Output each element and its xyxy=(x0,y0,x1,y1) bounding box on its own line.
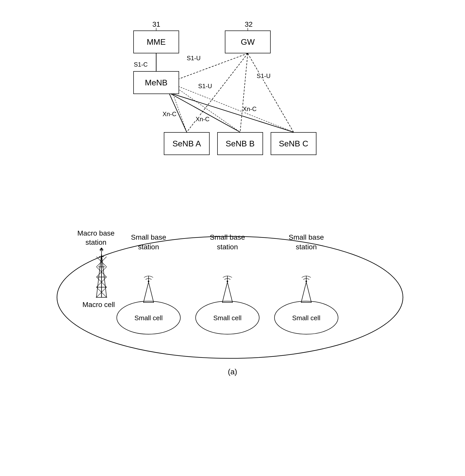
xnc-menb-senbA-label: Xn-C xyxy=(163,111,177,118)
svg-line-27 xyxy=(101,254,107,297)
small-base-station-3-label: Small basestation xyxy=(283,233,329,252)
bottom-diagram: Macro cell Macro basestation Small bases… xyxy=(54,188,411,379)
svg-point-46 xyxy=(306,281,307,282)
svg-point-13 xyxy=(57,236,403,358)
xnc-menb-senbC-label: Xn-C xyxy=(243,105,257,113)
svg-line-10 xyxy=(169,83,294,132)
macro-cell-label: Macro cell xyxy=(82,300,115,310)
mme-label: MME xyxy=(147,37,166,47)
svg-line-1 xyxy=(169,53,248,83)
senb-b-label: SeNB B xyxy=(226,139,255,148)
label-32: 32 xyxy=(245,20,253,28)
svg-line-6 xyxy=(169,93,240,132)
small-cell-3-label: Small cell xyxy=(291,314,322,323)
svg-marker-41 xyxy=(222,282,232,302)
senb-b-box: SeNB B xyxy=(217,132,263,155)
svg-line-26 xyxy=(96,254,101,297)
svg-line-9 xyxy=(169,83,240,132)
small-cell-1-label: Small cell xyxy=(133,314,164,323)
top-diagram: 31 32 xyxy=(118,15,347,173)
small-base-station-1-label: Small basestation xyxy=(126,233,171,252)
macro-base-station-label: Macro basestation xyxy=(77,229,114,247)
s1u-gw-menb-label: S1-U xyxy=(187,55,201,62)
mme-box: MME xyxy=(133,30,179,53)
caption-a: (a) xyxy=(228,367,237,376)
macro-ellipse-svg xyxy=(54,188,411,379)
menb-label: MeNB xyxy=(145,78,168,87)
s1u-gw-senbC-label: S1-U xyxy=(257,72,271,80)
svg-marker-38 xyxy=(143,282,154,302)
main-container: 31 32 xyxy=(0,0,465,476)
svg-line-3 xyxy=(240,53,248,132)
senb-c-label: SeNB C xyxy=(279,139,308,148)
small-cell-2-label: Small cell xyxy=(212,314,243,323)
svg-marker-44 xyxy=(301,282,311,302)
s1c-label: S1-C xyxy=(134,61,148,68)
xnc-menb-senbB-label: Xn-C xyxy=(196,116,210,123)
senb-a-box: SeNB A xyxy=(164,132,210,155)
svg-point-40 xyxy=(148,281,149,282)
svg-point-43 xyxy=(227,281,228,282)
svg-line-7 xyxy=(169,93,294,132)
svg-line-4 xyxy=(248,53,294,132)
s1u-gw-senbB-label: S1-U xyxy=(198,83,212,90)
menb-box: MeNB xyxy=(133,71,179,94)
small-base-station-2-label: Small basestation xyxy=(205,233,250,252)
senb-a-label: SeNB A xyxy=(172,139,201,148)
senb-c-box: SeNB C xyxy=(271,132,316,155)
label-31: 31 xyxy=(152,20,160,28)
gw-box: GW xyxy=(225,30,271,53)
gw-label: GW xyxy=(241,37,255,47)
